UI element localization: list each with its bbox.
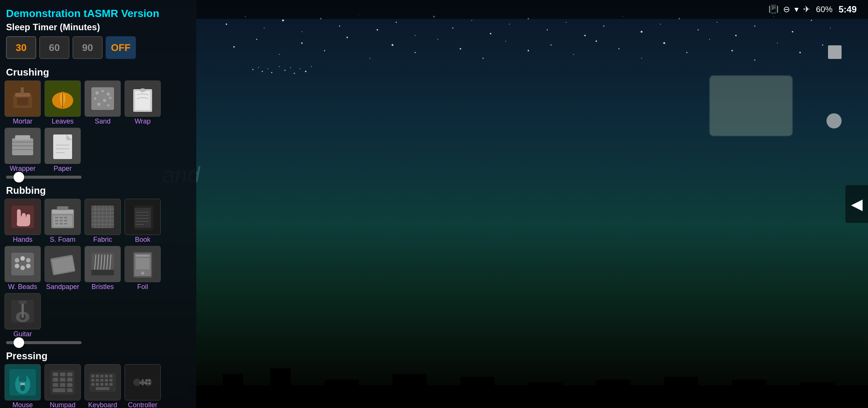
sfoam-label: S. Foam (50, 236, 75, 244)
svg-rect-151 (136, 255, 149, 257)
pressing-grid: Mouse Numpad (0, 364, 196, 408)
sound-item-paper[interactable]: Paper (44, 128, 82, 173)
sfoam-icon (45, 199, 81, 235)
sleep-timer-label: Sleep Timer (Minutes) (0, 20, 196, 34)
keyboard-icon (85, 364, 121, 400)
rubbing-thumb[interactable] (14, 337, 24, 348)
crushing-grid: Mortar Leaves (0, 80, 196, 174)
timer-btn-60[interactable]: 60 (39, 36, 69, 59)
airplane-icon: ✈ (803, 5, 810, 14)
svg-point-80 (107, 93, 110, 96)
wbeads-icon (5, 246, 41, 282)
sound-item-hands[interactable]: Hands (4, 199, 42, 244)
section-pressing-header: Pressing (0, 347, 196, 364)
svg-rect-108 (64, 220, 67, 221)
svg-rect-188 (91, 383, 94, 386)
svg-point-163 (20, 385, 25, 391)
wbeads-label: W. Beads (8, 283, 37, 291)
book-icon (125, 199, 161, 235)
svg-rect-101 (52, 210, 73, 214)
hands-label: Hands (13, 236, 32, 244)
svg-rect-172 (53, 383, 58, 387)
sound-item-bristles[interactable]: Bristles (84, 246, 122, 291)
svg-point-81 (94, 97, 96, 100)
sound-item-wrapper[interactable]: Wrapper (4, 128, 42, 173)
svg-rect-104 (60, 217, 63, 218)
timer-btn-off[interactable]: OFF (106, 36, 136, 59)
sound-item-mortar[interactable]: Mortar (4, 80, 42, 125)
top-right-button[interactable] (828, 45, 842, 59)
mouse-label: Mouse (12, 401, 33, 408)
crushing-thumb[interactable] (14, 172, 24, 182)
sound-item-guitar[interactable]: Guitar (4, 293, 42, 338)
svg-point-134 (20, 256, 25, 261)
svg-rect-173 (60, 383, 65, 387)
timer-btn-30[interactable]: 30 (6, 36, 36, 59)
sound-item-sand[interactable]: Sand (84, 80, 122, 125)
sound-item-controller[interactable]: Controller (124, 364, 162, 408)
sound-item-numpad[interactable]: Numpad (44, 364, 82, 408)
svg-rect-190 (100, 383, 103, 386)
svg-rect-157 (22, 302, 24, 318)
svg-rect-164 (20, 383, 25, 385)
foil-label: Foil (137, 283, 148, 291)
sound-item-foil[interactable]: Foil (124, 246, 162, 291)
status-bar: 📳 ⊖ ▾ ✈ 60% 5:49 (196, 0, 868, 19)
sandpaper-label: Sandpaper (46, 283, 79, 291)
rubbing-grid: Hands S. (0, 199, 196, 340)
svg-rect-193 (96, 387, 109, 390)
sound-item-mouse[interactable]: Mouse (4, 364, 42, 408)
svg-point-85 (107, 104, 109, 107)
svg-rect-181 (105, 375, 108, 377)
sound-item-sfoam[interactable]: S. Foam (44, 199, 82, 244)
sound-item-sandpaper[interactable]: Sandpaper (44, 246, 82, 291)
svg-rect-184 (96, 379, 99, 382)
crushing-volume[interactable] (0, 174, 196, 182)
svg-rect-109 (55, 223, 58, 224)
svg-rect-148 (91, 270, 114, 275)
svg-point-133 (15, 258, 19, 263)
numpad-label: Numpad (50, 401, 75, 408)
crushing-slider[interactable] (6, 176, 82, 179)
svg-rect-103 (55, 217, 58, 218)
sound-item-wrap[interactable]: Wrap (124, 80, 162, 125)
sound-item-keyboard[interactable]: Keyboard (84, 364, 122, 408)
svg-rect-180 (100, 375, 103, 377)
sound-item-book[interactable]: Book (124, 199, 162, 244)
clock: 5:49 (839, 4, 857, 15)
svg-point-82 (103, 99, 106, 102)
svg-rect-106 (55, 220, 58, 221)
svg-point-136 (15, 264, 19, 268)
fabric-icon (85, 199, 121, 235)
side-circle-button[interactable] (826, 113, 842, 128)
rubbing-volume[interactable] (0, 340, 196, 347)
sand-label: Sand (95, 117, 111, 125)
foil-icon (125, 246, 161, 282)
sound-item-wbeads[interactable]: W. Beads (4, 246, 42, 291)
timer-btn-90[interactable]: 90 (72, 36, 103, 59)
svg-rect-112 (57, 206, 68, 210)
sound-item-fabric[interactable]: Fabric (84, 199, 122, 244)
wifi-icon: ▾ (794, 5, 799, 14)
svg-rect-183 (91, 379, 94, 382)
numpad-icon (45, 364, 81, 400)
vibrate-icon: 📳 (768, 5, 779, 14)
svg-rect-92 (15, 135, 30, 140)
rubbing-slider[interactable] (6, 341, 82, 344)
nav-right-button[interactable]: ◀ (845, 185, 868, 223)
leaves-icon (45, 80, 81, 117)
book-label: Book (135, 236, 150, 244)
svg-rect-152 (136, 258, 149, 269)
svg-point-135 (26, 258, 31, 263)
svg-rect-88 (12, 138, 33, 155)
svg-point-78 (95, 91, 98, 94)
controller-label: Controller (128, 401, 157, 408)
leaves-label: Leaves (52, 117, 74, 125)
svg-rect-186 (105, 379, 108, 382)
sound-item-leaves[interactable]: Leaves (44, 80, 82, 125)
svg-point-137 (20, 266, 25, 270)
paper-label: Paper (54, 165, 72, 173)
svg-rect-131 (132, 206, 134, 230)
svg-rect-105 (64, 217, 67, 218)
bristles-label: Bristles (91, 283, 114, 291)
